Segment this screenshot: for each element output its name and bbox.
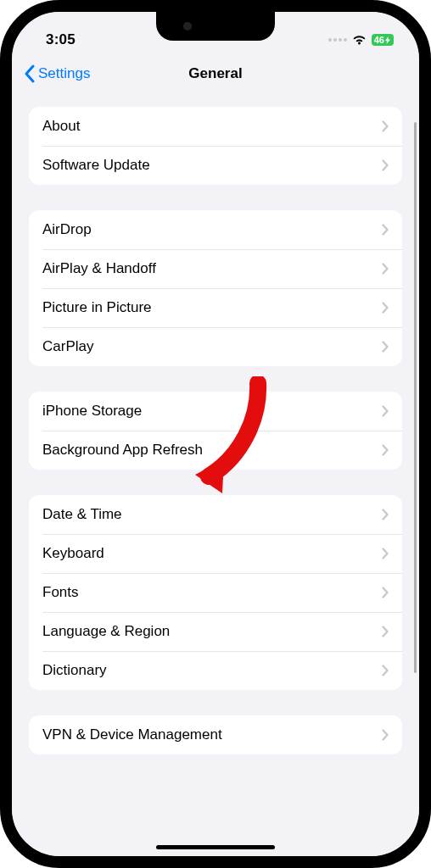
- home-indicator[interactable]: [156, 845, 275, 849]
- cellular-dots-icon: [328, 38, 347, 42]
- settings-group: Date & TimeKeyboardFontsLanguage & Regio…: [29, 495, 402, 690]
- chevron-right-icon: [382, 729, 389, 741]
- chevron-right-icon: [382, 665, 389, 676]
- back-button[interactable]: Settings: [24, 64, 90, 83]
- scroll-indicator[interactable]: [414, 122, 417, 673]
- content[interactable]: AboutSoftware UpdateAirDropAirPlay & Han…: [12, 93, 419, 853]
- chevron-right-icon: [382, 341, 389, 353]
- row-label: Date & Time: [42, 506, 122, 523]
- status-indicators: 46: [328, 34, 394, 46]
- row-about[interactable]: About: [29, 107, 402, 146]
- row-label: Fonts: [42, 584, 79, 601]
- row-fonts[interactable]: Fonts: [29, 573, 402, 612]
- row-label: Picture in Picture: [42, 299, 152, 316]
- status-time: 3:05: [46, 31, 76, 48]
- chevron-right-icon: [382, 159, 389, 171]
- row-iphone-storage[interactable]: iPhone Storage: [29, 392, 402, 431]
- row-dictionary[interactable]: Dictionary: [29, 651, 402, 690]
- screen: 3:05 46 Settings Gene: [12, 12, 419, 856]
- row-background-app-refresh[interactable]: Background App Refresh: [29, 431, 402, 470]
- row-label: VPN & Device Management: [42, 726, 222, 743]
- row-label: iPhone Storage: [42, 403, 142, 420]
- row-label: Dictionary: [42, 662, 107, 679]
- settings-group: AirDropAirPlay & HandoffPicture in Pictu…: [29, 210, 402, 366]
- row-date-time[interactable]: Date & Time: [29, 495, 402, 534]
- notch: [156, 12, 275, 41]
- chevron-right-icon: [382, 548, 389, 559]
- chevron-right-icon: [382, 405, 389, 417]
- nav-bar: Settings General: [12, 54, 419, 93]
- chevron-right-icon: [382, 302, 389, 314]
- row-keyboard[interactable]: Keyboard: [29, 534, 402, 573]
- row-airdrop[interactable]: AirDrop: [29, 210, 402, 249]
- row-label: About: [42, 118, 80, 135]
- camera-dot: [183, 22, 192, 31]
- row-label: Background App Refresh: [42, 442, 203, 459]
- battery-level: 46: [374, 35, 384, 45]
- row-software-update[interactable]: Software Update: [29, 146, 402, 185]
- chevron-left-icon: [24, 64, 35, 83]
- back-label: Settings: [38, 65, 90, 82]
- row-language-region[interactable]: Language & Region: [29, 612, 402, 651]
- row-carplay[interactable]: CarPlay: [29, 327, 402, 366]
- page-title: General: [188, 65, 242, 82]
- settings-group: iPhone StorageBackground App Refresh: [29, 392, 402, 470]
- row-label: CarPlay: [42, 338, 93, 355]
- row-vpn-device-management[interactable]: VPN & Device Management: [29, 715, 402, 754]
- row-picture-in-picture[interactable]: Picture in Picture: [29, 288, 402, 327]
- battery-icon: 46: [372, 34, 394, 46]
- settings-group: AboutSoftware Update: [29, 107, 402, 185]
- chevron-right-icon: [382, 120, 389, 132]
- chevron-right-icon: [382, 263, 389, 275]
- row-label: Language & Region: [42, 623, 170, 640]
- phone-frame: 3:05 46 Settings Gene: [0, 0, 431, 868]
- row-airplay-handoff[interactable]: AirPlay & Handoff: [29, 249, 402, 288]
- chevron-right-icon: [382, 626, 389, 637]
- chevron-right-icon: [382, 509, 389, 520]
- row-label: Keyboard: [42, 545, 104, 562]
- chevron-right-icon: [382, 224, 389, 236]
- row-label: AirPlay & Handoff: [42, 260, 156, 277]
- row-label: Software Update: [42, 157, 150, 174]
- wifi-icon: [352, 35, 367, 45]
- row-label: AirDrop: [42, 221, 92, 238]
- chevron-right-icon: [382, 444, 389, 456]
- settings-group: VPN & Device Management: [29, 715, 402, 754]
- chevron-right-icon: [382, 587, 389, 598]
